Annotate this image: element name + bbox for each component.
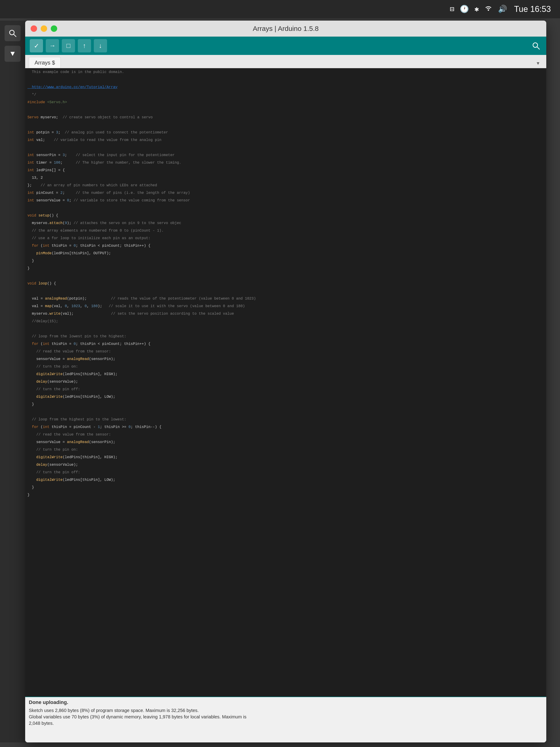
code-line: int sensorValue = 0; // variable to stor… — [25, 199, 546, 206]
code-line: // loop from the highest pin to the lowe… — [25, 417, 546, 425]
code-line: void setup() { — [25, 213, 546, 221]
code-line: // turn the pin off: — [25, 470, 546, 478]
code-line: } — [25, 493, 546, 500]
arduino-window: Arrays | Arduino 1.5.8 ✓ → □ ↑ ↓ Arrays … — [25, 21, 546, 742]
code-line: } — [25, 402, 546, 410]
code-line: int timer = 100; // The higher the numbe… — [25, 161, 546, 168]
code-line — [25, 289, 546, 297]
code-line: Servo myservo; // create servo object to… — [25, 115, 546, 123]
code-line: } — [25, 485, 546, 493]
left-panel: ▼ — [0, 21, 25, 742]
code-line: // turn the pin off: — [25, 387, 546, 395]
wifi-icon — [484, 5, 492, 14]
code-line: http://www.arduino.cc/en/Tutorial/Array — [25, 85, 546, 93]
code-line: for (int thisPin = 0; thisPin < pinCount… — [25, 342, 546, 350]
toolbar: ✓ → □ ↑ ↓ — [25, 36, 546, 55]
console-line2: Global variables use 70 bytes (3%) of dy… — [29, 714, 542, 720]
open-button[interactable]: ↑ — [78, 39, 91, 52]
code-line: val = analogRead(potpin); // reads the v… — [25, 297, 546, 304]
code-line: }; // an array of pin numbers to which L… — [25, 183, 546, 191]
console-line3: 2,048 bytes. — [29, 720, 542, 726]
desktop: ⊟ 🕐 ✱ 🔊 Tue 16:53 ▼ — [0, 0, 560, 747]
code-line: This example code is in the public domai… — [25, 70, 546, 78]
code-line: sensorValue = analogRead(sensorPin); — [25, 440, 546, 448]
code-line: } — [25, 266, 546, 274]
code-line: // the array elements are numbered from … — [25, 229, 546, 236]
svg-line-2 — [14, 34, 16, 36]
code-line: void loop() { — [25, 282, 546, 289]
maximize-button[interactable] — [51, 25, 57, 32]
title-bar: Arrays | Arduino 1.5.8 — [25, 21, 546, 36]
code-line: digitalWrite(ledPins[thisPin], HIGH); — [25, 455, 546, 463]
code-line: digitalWrite(ledPins[thisPin], LOW); — [25, 395, 546, 402]
code-line: // use a for loop to initialize each pin… — [25, 236, 546, 244]
left-panel-search[interactable] — [5, 25, 21, 41]
code-line: int pinCount = 2; // the number of pins … — [25, 191, 546, 199]
console-area: Done uploading. Sketch uses 2,860 bytes … — [25, 697, 546, 742]
bluetooth-icon: ✱ — [475, 5, 479, 14]
code-line — [25, 206, 546, 213]
code-line: delay(sensorValue); — [25, 380, 546, 387]
save-button[interactable]: ↓ — [94, 39, 107, 52]
code-line — [25, 78, 546, 85]
menubar: ⊟ 🕐 ✱ 🔊 Tue 16:53 — [0, 0, 560, 18]
upload-button[interactable]: → — [46, 39, 59, 52]
code-line: int sensorPin = 3; // select the input p… — [25, 153, 546, 161]
code-line: for (int thisPin = 0; thisPin < pinCount… — [25, 244, 546, 251]
code-line — [25, 410, 546, 417]
code-line: // loop from the lowest pin to the highe… — [25, 334, 546, 342]
menubar-icons: ⊟ 🕐 ✱ 🔊 — [450, 5, 507, 14]
close-button[interactable] — [31, 25, 37, 32]
volume-icon: 🔊 — [498, 5, 507, 14]
code-line: } — [25, 259, 546, 266]
minimize-button[interactable] — [41, 25, 47, 32]
code-line: for (int thisPin = pinCount - 1; thisPin… — [25, 425, 546, 433]
code-line: delay(sensorValue); — [25, 463, 546, 470]
code-line — [25, 108, 546, 115]
code-line: pinMode(ledPins[thisPin], OUTPUT); — [25, 251, 546, 259]
new-button[interactable]: □ — [62, 39, 75, 52]
code-line: 13, 2 — [25, 176, 546, 183]
code-line: // read the value from the sensor: — [25, 350, 546, 357]
time-machine-icon: 🕐 — [460, 5, 469, 14]
code-line — [25, 123, 546, 130]
window-controls — [31, 25, 57, 32]
code-editor[interactable]: This example code is in the public domai… — [25, 68, 546, 697]
code-line — [25, 274, 546, 282]
code-scroll-container[interactable]: This example code is in the public domai… — [25, 68, 546, 697]
code-line — [25, 146, 546, 153]
search-icon[interactable] — [530, 40, 542, 51]
editor-container: This example code is in the public domai… — [25, 68, 546, 742]
console-status: Done uploading. — [29, 699, 542, 705]
clock: Tue 16:53 — [514, 4, 551, 14]
verify-button[interactable]: ✓ — [30, 39, 43, 52]
code-line: digitalWrite(ledPins[thisPin], HIGH); — [25, 372, 546, 380]
screen-icon: ⊟ — [450, 5, 454, 14]
code-line: int ledPins[] = { — [25, 168, 546, 176]
window-title: Arrays | Arduino 1.5.8 — [253, 25, 319, 32]
code-line: //delay(15); — [25, 319, 546, 327]
arrays-tab[interactable]: Arrays $ — [29, 57, 61, 68]
code-line: int potpin = 3; // analog pin used to co… — [25, 130, 546, 138]
code-line: int val; // variable to read the value f… — [25, 138, 546, 146]
code-line: sensorValue = analogRead(sensorPin); — [25, 357, 546, 365]
code-line: myservo.attach(9); // attaches the servo… — [25, 221, 546, 229]
svg-line-4 — [537, 47, 539, 49]
tab-bar: Arrays $ ▼ — [25, 55, 546, 68]
code-line: digitalWrite(ledPins[thisPin], LOW); — [25, 478, 546, 485]
left-panel-arrow[interactable]: ▼ — [5, 46, 21, 62]
code-line: // turn the pin on: — [25, 448, 546, 455]
code-line: val = map(val, 0, 1023, 0, 180); // scal… — [25, 304, 546, 312]
console-line1: Sketch uses 2,860 bytes (8%) of program … — [29, 707, 542, 714]
code-line: #include <Servo.h> — [25, 100, 546, 108]
code-line: myservo.write(val); // sets the servo po… — [25, 312, 546, 319]
code-line: // read the value from the sensor: — [25, 433, 546, 440]
tab-dropdown-icon[interactable]: ▼ — [533, 59, 542, 68]
code-line: */ — [25, 93, 546, 100]
svg-point-0 — [488, 9, 489, 11]
code-line — [25, 327, 546, 334]
code-line: // turn the pin on: — [25, 365, 546, 372]
